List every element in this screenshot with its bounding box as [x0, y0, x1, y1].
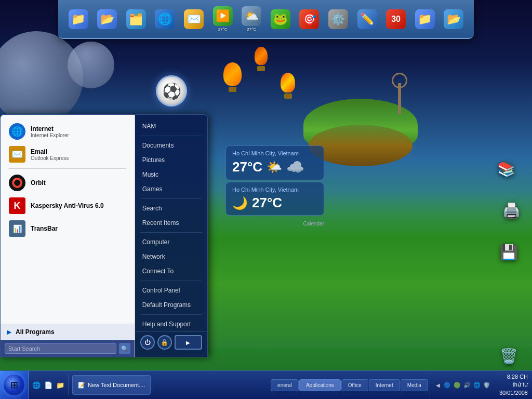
dock-icon-weather[interactable]: ⛅ 27°C: [239, 5, 264, 33]
weather-moon-icon: 🌙: [232, 196, 248, 210]
dock-icon-ie[interactable]: 🌐: [153, 5, 178, 33]
start-orb: ⊞: [4, 375, 24, 395]
tab-general[interactable]: eneral: [271, 379, 299, 391]
start-right-sep-3: [140, 232, 202, 233]
tab-applications[interactable]: Applications: [299, 379, 341, 391]
ql-folder-icon[interactable]: 📁: [55, 380, 65, 390]
hdd-icon: 💾: [496, 239, 522, 265]
tab-media[interactable]: Media: [401, 379, 428, 391]
dock-icon-frog[interactable]: 🐸: [268, 5, 293, 33]
weather-temp-2: 27°C: [252, 195, 282, 211]
balloon-3: [281, 73, 295, 99]
start-right-network[interactable]: Network: [135, 249, 207, 264]
tray-icon-2[interactable]: 🟢: [453, 381, 461, 389]
power-button[interactable]: ⏻: [140, 335, 155, 350]
all-programs-arrow: ▶: [7, 328, 11, 336]
books-icon: 📚: [493, 156, 519, 182]
dock-icon-folder2[interactable]: 📂: [95, 5, 120, 33]
internet-explorer-icon: 🌐: [9, 123, 25, 140]
balloon-2: [255, 47, 268, 71]
weather-cloud-icon: ☁️: [286, 158, 304, 176]
lock-button[interactable]: 🔒: [157, 335, 172, 350]
start-item-transbar-title: TransBar: [31, 225, 58, 232]
start-item-transbar[interactable]: 📊 TransBar: [5, 217, 130, 240]
start-right-sep-4: [140, 281, 202, 281]
dock-icon-email[interactable]: ✉️: [181, 5, 206, 33]
dock-icon-settings[interactable]: ⚙️: [326, 5, 351, 33]
weather-temp-1: 27°C: [232, 159, 262, 175]
start-button[interactable]: ⊞: [0, 371, 29, 400]
dock-icon-folder1[interactable]: 📁: [66, 5, 91, 33]
taskbar-task-new-text[interactable]: 📝 New Text Document....: [72, 375, 151, 395]
start-item-internet-title: Internet: [31, 125, 69, 132]
start-right-music[interactable]: Music: [135, 167, 207, 182]
start-item-orbit-title: Orbit: [31, 179, 46, 187]
taskbar: ⊞ 🌐 📄 📁 📝 New Text Document.... eneral A…: [0, 370, 532, 399]
start-right-sep-2: [140, 198, 202, 199]
start-search-bar: 🔍: [1, 340, 135, 357]
dock-icon-media[interactable]: ▶️ 27°C: [210, 5, 235, 33]
weather-widget-2[interactable]: Ho Chi Minh City, Vietnam 🌙 27°C: [225, 182, 324, 216]
outlook-express-icon: ✉️: [9, 146, 25, 163]
start-item-email-sub: Outlook Express: [31, 155, 69, 161]
soccer-ball-widget[interactable]: ⚽: [156, 75, 190, 109]
start-right-pictures[interactable]: Pictures: [135, 153, 207, 167]
clock-day: thứ tư: [499, 381, 528, 389]
start-right-nam[interactable]: NAM: [135, 119, 207, 134]
tab-internet[interactable]: Internet: [369, 379, 400, 391]
system-tray: ◀ 🔵 🟢 🔊 🌐 🛡️: [430, 371, 495, 400]
ql-doc-icon[interactable]: 📄: [43, 380, 54, 390]
start-search-button[interactable]: 🔍: [119, 343, 130, 354]
start-search-input[interactable]: [5, 343, 116, 354]
printer-icon: 🖨️: [498, 197, 524, 223]
dock-icon-folder3[interactable]: 🗂️: [124, 5, 149, 33]
moon-small: [68, 42, 114, 88]
start-right-recent-items[interactable]: Recent Items: [135, 216, 207, 230]
start-item-email[interactable]: ✉️ Email Outlook Express: [5, 143, 130, 166]
weather-widget-1[interactable]: Ho Chi Minh City, Vietnam 27°C 🌤️ ☁️: [225, 145, 324, 180]
start-right-help-support[interactable]: Help and Support: [135, 317, 207, 331]
start-right-documents[interactable]: Documents: [135, 138, 207, 153]
start-pinned-items: 🌐 Internet Internet Explorer ✉️ Email Ou…: [1, 115, 135, 324]
tray-icon-5[interactable]: 🛡️: [483, 381, 491, 389]
start-right-control-panel[interactable]: Control Panel: [135, 283, 207, 298]
start-item-kaspersky[interactable]: K Kaspersky Anti-Virus 6.0: [5, 194, 130, 217]
start-right-computer[interactable]: Computer: [135, 235, 207, 249]
dock-icon-calendar[interactable]: 30: [383, 5, 408, 33]
tab-office[interactable]: Office: [341, 379, 368, 391]
taskbar-tabs: eneral Applications Office Internet Medi…: [269, 379, 430, 391]
start-right-games[interactable]: Games: [135, 182, 207, 196]
transbar-icon: 📊: [9, 220, 25, 237]
start-item-internet[interactable]: 🌐 Internet Internet Explorer: [5, 120, 130, 143]
dock-icon-red-app[interactable]: 🎯: [297, 5, 322, 33]
start-right-search[interactable]: Search: [135, 201, 207, 216]
start-menu: 🌐 Internet Internet Explorer ✉️ Email Ou…: [0, 114, 208, 357]
system-clock[interactable]: 8:28 CH thứ tư 30/01/2008: [495, 373, 532, 397]
moon-large: [0, 31, 83, 125]
start-menu-right-panel: NAM Documents Pictures Music Games Searc…: [135, 115, 207, 357]
desktop-icon-books[interactable]: 📚: [488, 156, 524, 182]
start-item-orbit[interactable]: ⭕ Orbit: [5, 171, 130, 194]
tray-icon-3[interactable]: 🔊: [463, 381, 471, 389]
task-icon: 📝: [78, 382, 85, 389]
tray-icon-1[interactable]: 🔵: [443, 381, 451, 389]
all-programs-button[interactable]: ▶ All Programs: [1, 324, 135, 340]
weather-city-2: Ho Chi Minh City, Vietnam: [232, 187, 317, 193]
dock-icon-folder5[interactable]: 📂: [441, 5, 466, 33]
start-right-connect-to[interactable]: Connect To: [135, 264, 207, 278]
tray-icon-4[interactable]: 🌐: [473, 381, 481, 389]
arrow-button[interactable]: ▶: [175, 335, 202, 350]
clock-time: 8:28 CH: [499, 373, 528, 381]
start-right-sep-1: [140, 136, 202, 136]
ql-ie-icon[interactable]: 🌐: [31, 380, 42, 390]
all-programs-label: All Programs: [16, 328, 55, 336]
desktop-icon-printer[interactable]: 🖨️: [493, 197, 529, 223]
calendar-label: Calendar: [303, 221, 324, 227]
start-right-default-programs[interactable]: Default Programs: [135, 298, 207, 312]
dock-icon-pen[interactable]: ✏️: [355, 5, 380, 33]
desktop-icon-hdd[interactable]: 💾: [490, 239, 527, 265]
start-item-kaspersky-title: Kaspersky Anti-Virus 6.0: [31, 202, 104, 209]
task-label: New Text Document....: [88, 382, 145, 388]
dock-icon-folder4[interactable]: 📁: [413, 5, 437, 33]
tray-expand[interactable]: ◀: [434, 382, 442, 388]
